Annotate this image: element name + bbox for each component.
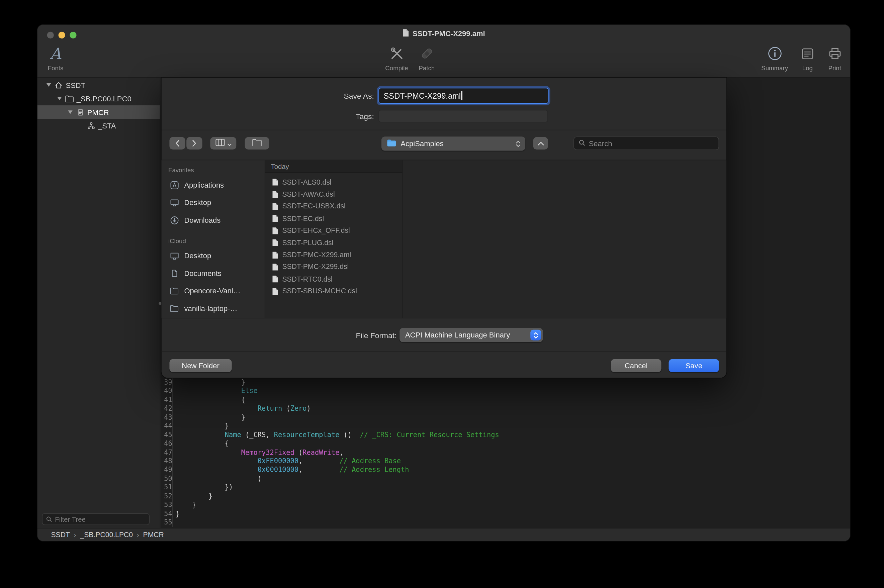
disclosure-triangle[interactable] [66,110,75,114]
patch-label: Patch [419,64,435,71]
breadcrumb-separator: › [74,531,76,539]
chevron-down-icon [227,138,231,148]
favorites-item-applications[interactable]: Applications [162,176,265,194]
titlebar[interactable]: SSDT-PMC-X299.aml [38,25,850,42]
breadcrumb-item-sb-pc00-lpc0[interactable]: _SB.PC00.LPC0 [80,531,133,539]
up-directory-button[interactable] [533,137,548,150]
tags-field[interactable] [378,110,548,122]
line-number: 55 [161,518,173,527]
file-item-ssdt-als0-dsl[interactable]: SSDT-ALS0.dsl [265,176,402,188]
code-text: Name (_CRS, ResourceTemplate () // _CRS:… [173,431,499,440]
code-line[interactable]: 41 { [161,396,850,405]
cancel-button[interactable]: Cancel [611,359,662,372]
file-item-ssdt-rtc0-dsl[interactable]: SSDT-RTC0.dsl [265,273,402,285]
favorites-item-documents[interactable]: Documents [162,265,265,282]
document-file-icon [272,239,278,246]
disclosure-triangle[interactable] [44,83,53,87]
file-item-ssdt-plug-dsl[interactable]: SSDT-PLUG.dsl [265,237,402,249]
downloads-icon [169,215,179,224]
compile-icon [389,44,405,63]
tree-item-label: PMCR [87,108,109,116]
file-item-ssdt-ec-dsl[interactable]: SSDT-EC.dsl [265,212,402,224]
disclosure-triangle[interactable] [55,97,64,100]
filter-tree-field[interactable] [42,513,150,525]
code-line[interactable]: 42 Return (Zero) [161,405,850,413]
favorites-item-desktop[interactable]: Desktop [162,194,265,212]
tree-item-sb-pc00-lpc0[interactable]: _SB.PC00.LPC0 [38,92,160,105]
compile-button[interactable]: Compile [383,44,411,71]
document-file-icon [272,276,278,283]
save-as-value: SSDT-PMC-X299.aml [384,91,461,100]
fonts-button[interactable]: A Fonts [40,44,72,71]
document-file-icon [272,288,278,295]
log-button[interactable]: Log [793,44,822,71]
tree-item-sta[interactable]: _STA [38,119,160,133]
code-line[interactable]: 43 } [161,413,850,422]
filter-tree-input[interactable] [55,515,146,523]
code-line[interactable]: 52 } [161,492,850,501]
favorites-item-downloads[interactable]: Downloads [162,212,265,229]
info-icon [768,44,782,63]
code-line[interactable]: 53 } [161,501,850,509]
code-text: } [173,492,213,501]
code-line[interactable]: 48 0xFE000000, // Address Base [161,457,850,466]
search-input[interactable] [589,139,714,147]
code-line[interactable]: 54} [161,509,850,518]
code-text: Memory32Fixed (ReadWrite, [173,448,344,457]
tree-item-pmcr[interactable]: PMCR [38,105,160,119]
tree-item-label: SSDT [66,81,85,89]
document-proxy-icon[interactable] [402,29,409,39]
code-line[interactable]: 50 ) [161,475,850,483]
file-item-ssdt-pmc-x299-aml[interactable]: SSDT-PMC-X299.aml [265,249,402,261]
back-button[interactable] [169,137,185,150]
favorites-sidebar: FavoritesApplicationsDesktopDownloadsiCl… [162,160,265,318]
acpi-tree: SSDT_SB.PC00.LPC0PMCR_STA [38,78,160,133]
favorites-item-desktop[interactable]: Desktop [162,247,265,265]
print-button[interactable]: Print [820,44,849,71]
code-text: } [173,509,180,518]
patch-icon [419,44,434,63]
code-line[interactable]: 51 }) [161,483,850,492]
save-as-label: Save As: [329,92,374,100]
favorites-item-vanilla-laptop[interactable]: vanilla-laptop-… [162,300,265,317]
file-item-ssdt-ec-usbx-dsl[interactable]: SSDT-EC-USBX.dsl [265,200,402,212]
line-number: 40 [161,387,173,396]
favorites-item-opencore-vani[interactable]: Opencore-Vani… [162,282,265,300]
file-item-ssdt-ehcx-off-dsl[interactable]: SSDT-EHCx_OFF.dsl [265,225,402,237]
forward-button[interactable] [186,137,202,150]
file-item-ssdt-awac-dsl[interactable]: SSDT-AWAC.dsl [265,188,402,200]
breadcrumb-item-pmcr[interactable]: PMCR [143,531,164,539]
file-format-popup[interactable]: ACPI Machine Language Binary [399,328,543,342]
code-line[interactable]: 55 [161,518,850,527]
file-item-ssdt-pmc-x299-dsl[interactable]: SSDT-PMC-X299.dsl [265,261,402,273]
search-field[interactable] [573,136,719,150]
divider [162,351,727,352]
method-icon [86,122,96,130]
location-popup[interactable]: AcpiSamples [381,136,525,150]
favorites-item-label: Downloads [184,216,221,224]
save-button[interactable]: Save [668,359,719,372]
code-line[interactable]: 40 Else [161,387,850,396]
code-line[interactable]: 49 0x00010000, // Address Length [161,466,850,475]
tree-item-ssdt[interactable]: SSDT [38,78,160,92]
patch-button[interactable]: Patch [413,44,441,71]
code-line[interactable]: 47 Memory32Fixed (ReadWrite, [161,448,850,457]
file-name: SSDT-AWAC.dsl [282,190,335,198]
code-line[interactable]: 44 } [161,422,850,431]
summary-button[interactable]: Summary [758,44,791,71]
file-item-ssdt-sbus-mchc-dsl[interactable]: SSDT-SBUS-MCHC.dsl [265,285,402,297]
code-line[interactable]: 45 Name (_CRS, ResourceTemplate () // _C… [161,431,850,440]
save-as-field[interactable]: SSDT-PMC-X299.aml [378,88,548,104]
sidebar-split-handle[interactable] [159,302,161,305]
folder-view-button[interactable] [245,137,269,150]
popup-stepper-icon [530,330,541,340]
summary-label: Summary [761,64,788,71]
location-popup-value: AcpiSamples [401,140,444,148]
breadcrumb-item-ssdt[interactable]: SSDT [51,531,70,539]
screen: SSDT-PMC-X299.aml A Fonts Compile Patch [0,0,884,588]
view-options-button[interactable] [210,137,236,150]
code-text: 0xFE000000, // Address Base [173,457,401,466]
new-folder-button[interactable]: New Folder [169,359,231,372]
code-line[interactable]: 39 } [161,378,850,387]
code-line[interactable]: 46 { [161,440,850,448]
